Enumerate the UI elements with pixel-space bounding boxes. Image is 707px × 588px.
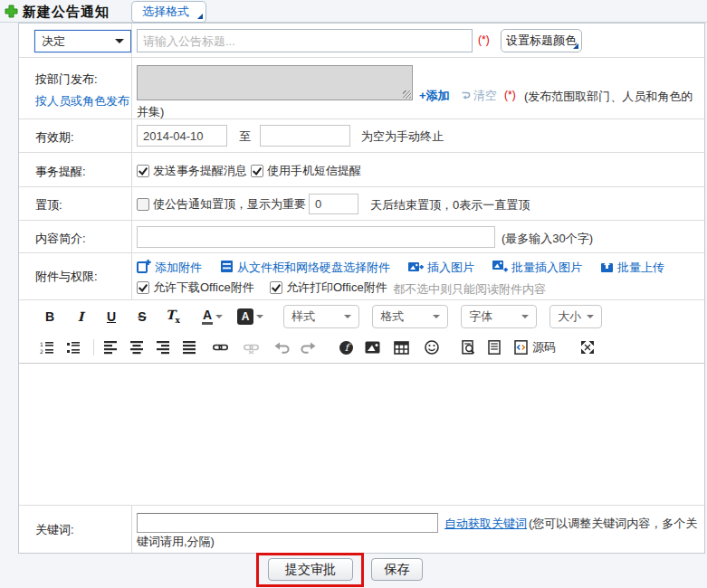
align-center-button[interactable] bbox=[129, 340, 145, 356]
editor-content-area[interactable] bbox=[19, 364, 704, 505]
source-code-icon[interactable] bbox=[512, 340, 529, 356]
checkbox-checked-icon bbox=[137, 281, 149, 294]
end-date-input[interactable] bbox=[260, 125, 350, 147]
checkbox-unchecked-icon bbox=[137, 198, 149, 211]
rich-text-editor: B I U S Tx A A 样式 格式 bbox=[19, 300, 704, 506]
checkbox-checked-icon bbox=[251, 165, 263, 177]
batch-insert-image-link[interactable]: 批量插入图片 bbox=[492, 260, 582, 276]
summary-note: (最多输入30个字) bbox=[502, 231, 593, 247]
announcement-form: 决定 (*) 设置标题颜色 按部门发布: 按人员或角色发布 +添加 bbox=[18, 23, 705, 554]
text-color-button[interactable]: A bbox=[202, 308, 223, 325]
checkbox-checked-icon bbox=[137, 165, 149, 177]
caret-down-icon bbox=[587, 315, 594, 322]
editor-toolbar-row2: 12 bbox=[19, 332, 704, 364]
keywords-note-line2: 键词请用,分隔) bbox=[137, 534, 215, 550]
set-title-color-button[interactable]: 设置标题颜色 bbox=[501, 29, 582, 52]
add-dept-link[interactable]: +添加 bbox=[419, 88, 450, 104]
start-date-input[interactable] bbox=[137, 125, 227, 147]
italic-button[interactable]: I bbox=[70, 309, 91, 324]
auto-get-keywords-link[interactable]: 自动获取关键词 bbox=[444, 516, 527, 532]
underline-button[interactable]: U bbox=[100, 309, 122, 324]
clear-arrow-icon bbox=[461, 90, 472, 103]
file-cabinet-icon bbox=[220, 260, 234, 276]
remove-format-button[interactable]: Tx bbox=[162, 308, 184, 325]
keywords-label: 关键词: bbox=[35, 522, 74, 538]
caret-down-icon bbox=[344, 315, 351, 322]
flash-button[interactable]: f bbox=[338, 340, 354, 356]
attachment-note: 都不选中则只能阅读附件内容 bbox=[393, 281, 546, 298]
dept-scope-textarea[interactable] bbox=[137, 65, 413, 100]
batch-upload-link[interactable]: 批量上传 bbox=[600, 260, 664, 276]
to-label: 至 bbox=[239, 128, 251, 145]
insert-image-link[interactable]: 插入图片 bbox=[408, 260, 474, 276]
align-right-button[interactable] bbox=[155, 340, 171, 356]
corner-triangle-icon bbox=[197, 14, 203, 19]
keywords-row: 关键词: 自动获取关键词 (您可以调整关键词内容，多个关 键词请用,分隔) bbox=[19, 506, 704, 553]
caret-down-icon bbox=[256, 315, 263, 322]
link-button[interactable] bbox=[212, 340, 228, 356]
justify-button[interactable] bbox=[181, 340, 197, 356]
announcement-type-select[interactable]: 决定 bbox=[34, 30, 131, 52]
pin-days-input[interactable] bbox=[309, 194, 358, 214]
styles-select[interactable]: 样式 bbox=[283, 305, 359, 328]
keywords-input[interactable] bbox=[137, 513, 438, 533]
align-left-button[interactable] bbox=[102, 340, 119, 356]
keywords-note-line1: (您可以调整关键词内容，多个关 bbox=[529, 516, 697, 532]
title-input[interactable] bbox=[137, 29, 473, 52]
add-attachment-icon bbox=[137, 260, 151, 276]
save-button[interactable]: 保存 bbox=[371, 558, 423, 581]
allow-print-checkbox[interactable]: 允许打印Office附件 bbox=[270, 280, 387, 296]
pin-row: 置顶: 使公告通知置顶，显示为重要 天后结束置顶，0表示一直置顶 bbox=[19, 187, 704, 221]
smiley-button[interactable] bbox=[424, 340, 440, 356]
submit-approval-button[interactable]: 提交审批 bbox=[268, 558, 353, 581]
validity-label: 有效期: bbox=[35, 129, 74, 146]
toolbar-separator bbox=[93, 339, 94, 356]
pin-note: 天后结束置顶，0表示一直置顶 bbox=[370, 197, 530, 213]
undo-button[interactable] bbox=[273, 340, 290, 356]
clear-dept-link[interactable]: 清空 bbox=[461, 88, 497, 104]
summary-label: 内容简介: bbox=[35, 231, 86, 247]
unlink-button[interactable] bbox=[243, 340, 259, 356]
file-cabinet-attachment-link[interactable]: 从文件柜和网络硬盘选择附件 bbox=[220, 260, 390, 276]
pin-checkbox[interactable]: 使公告通知置顶，显示为重要 bbox=[137, 196, 306, 213]
batch-upload-icon bbox=[600, 260, 614, 276]
maximize-button[interactable] bbox=[579, 340, 596, 356]
dept-note-line2: 并集) bbox=[137, 104, 164, 120]
image-button[interactable] bbox=[364, 340, 380, 356]
strikethrough-button[interactable]: S bbox=[131, 309, 153, 324]
select-format-tab[interactable]: 选择格式 bbox=[131, 1, 206, 23]
reminder-label: 事务提醒: bbox=[35, 164, 86, 180]
resize-grip-icon[interactable] bbox=[403, 90, 411, 99]
preview-button[interactable] bbox=[460, 340, 476, 356]
send-reminder-checkbox[interactable]: 发送事务提醒消息 bbox=[137, 163, 247, 179]
background-color-button[interactable]: A bbox=[237, 308, 263, 325]
summary-input[interactable] bbox=[137, 226, 495, 248]
batch-insert-image-icon bbox=[492, 261, 508, 276]
add-attachment-link[interactable]: 添加附件 bbox=[137, 260, 202, 276]
dept-publish-label: 按部门发布: bbox=[35, 71, 98, 88]
templates-icon[interactable] bbox=[486, 340, 502, 356]
source-code-button[interactable]: 源码 bbox=[532, 339, 556, 356]
numbered-list-button[interactable]: 12 bbox=[39, 340, 55, 356]
title-row: 决定 (*) 设置标题颜色 bbox=[19, 24, 704, 58]
publish-by-person-link[interactable]: 按人员或角色发布 bbox=[35, 93, 129, 109]
svg-text:2: 2 bbox=[40, 348, 43, 355]
table-button[interactable] bbox=[393, 340, 409, 356]
validity-row: 有效期: 至 为空为手动终止 bbox=[19, 119, 704, 153]
caret-down-icon bbox=[433, 315, 440, 322]
sms-reminder-checkbox[interactable]: 使用手机短信提醒 bbox=[251, 163, 361, 179]
attachment-row: 附件与权限: 添加附件 从文件柜和网络硬盘选择附件 bbox=[19, 253, 704, 300]
pin-label: 置顶: bbox=[35, 197, 62, 213]
format-select[interactable]: 格式 bbox=[372, 305, 448, 328]
font-size-select[interactable]: 大小 bbox=[549, 305, 602, 328]
allow-download-checkbox[interactable]: 允许下载Office附件 bbox=[137, 280, 254, 296]
attachment-label: 附件与权限: bbox=[35, 269, 98, 285]
bold-button[interactable]: B bbox=[39, 309, 61, 324]
bulleted-list-button[interactable] bbox=[65, 340, 81, 356]
select-arrow-icon bbox=[115, 39, 124, 48]
font-select[interactable]: 字体 bbox=[461, 305, 537, 328]
corner-triangle-icon bbox=[573, 43, 578, 49]
caret-down-icon bbox=[215, 315, 223, 322]
redo-button[interactable] bbox=[300, 340, 316, 356]
page-header: 新建公告通知 选择格式 bbox=[0, 0, 707, 23]
